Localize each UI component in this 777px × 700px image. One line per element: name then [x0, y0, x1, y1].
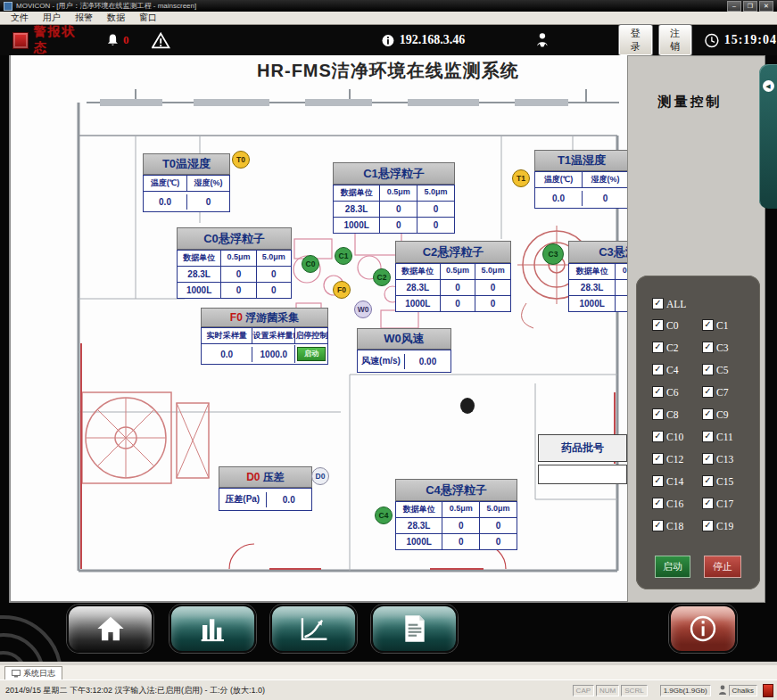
- f0-set-sample: 1000.0: [252, 347, 294, 362]
- channel-checkbox-C8[interactable]: ✓C8: [652, 408, 702, 421]
- channel-checkbox-C6[interactable]: ✓C6: [652, 385, 702, 399]
- marker-f0[interactable]: F0: [333, 281, 351, 299]
- w0-value: 0.00: [404, 354, 450, 369]
- channel-checkbox-ALL[interactable]: ✓ ALL: [652, 297, 686, 310]
- marker-c0[interactable]: C0: [302, 255, 319, 273]
- channel-checkbox-C0[interactable]: ✓C0: [652, 318, 702, 332]
- checkbox-checked-icon[interactable]: ✓: [652, 453, 664, 465]
- checkbox-checked-icon[interactable]: ✓: [652, 520, 664, 531]
- menu-user[interactable]: 用户: [36, 12, 68, 24]
- checkbox-checked-icon[interactable]: ✓: [702, 520, 714, 531]
- login-button[interactable]: 登录: [618, 24, 652, 56]
- panel-d0-title: D0 压差: [219, 466, 312, 488]
- maximize-button[interactable]: ❐: [743, 1, 757, 12]
- trend-chart-icon: [299, 615, 329, 642]
- system-log-tab[interactable]: 系统日志: [4, 666, 62, 679]
- checkbox-checked-icon[interactable]: ✓: [652, 498, 664, 509]
- channel-checkbox-C19[interactable]: ✓C19: [702, 519, 733, 532]
- checkbox-checked-icon[interactable]: ✓: [652, 408, 664, 420]
- checkbox-checked-icon[interactable]: ✓: [702, 475, 714, 487]
- channel-checkbox-C12[interactable]: ✓C12: [652, 452, 702, 465]
- checkbox-checked-icon[interactable]: ✓: [652, 342, 664, 353]
- channel-checkbox-C15[interactable]: ✓C15: [702, 474, 733, 488]
- channel-checkbox-C3[interactable]: ✓C3: [702, 341, 733, 354]
- channel-label: C17: [716, 498, 733, 509]
- caps-lock-indicator: CAP: [573, 685, 594, 696]
- menu-window[interactable]: 窗口: [132, 12, 164, 24]
- channel-checkbox-C1[interactable]: ✓C1: [702, 318, 733, 332]
- minimize-button[interactable]: –: [727, 1, 741, 12]
- checkbox-checked-icon[interactable]: ✓: [702, 453, 714, 465]
- stop-button[interactable]: 停止: [704, 556, 741, 578]
- panel-batch: 药品批号: [538, 434, 627, 484]
- channel-label: C4: [666, 365, 678, 375]
- panel-f0: F0 浮游菌采集 实时采样量 设置采样量L 启停控制 0.0 1000.0 启动: [201, 308, 328, 365]
- nav-trend-button[interactable]: [270, 605, 357, 653]
- checkbox-checked-icon[interactable]: ✓: [652, 298, 664, 309]
- checkbox-checked-icon[interactable]: ✓: [702, 364, 714, 375]
- marker-t1[interactable]: T1: [512, 169, 530, 187]
- f0-start-stop-button[interactable]: 启动: [297, 347, 326, 361]
- checkbox-checked-icon[interactable]: ✓: [652, 364, 664, 375]
- channel-label: C0: [666, 320, 678, 331]
- checkbox-checked-icon[interactable]: ✓: [652, 319, 664, 331]
- channel-label: C15: [716, 476, 733, 487]
- channel-label: C10: [666, 432, 683, 442]
- marker-d0[interactable]: D0: [311, 467, 329, 485]
- channel-checkbox-C11[interactable]: ✓C11: [702, 430, 733, 443]
- menu-file[interactable]: 文件: [4, 12, 36, 24]
- close-button[interactable]: ✕: [759, 1, 773, 12]
- channel-label: C2: [666, 342, 678, 353]
- checkbox-checked-icon[interactable]: ✓: [702, 431, 714, 442]
- alarm-box-icon: [12, 32, 29, 49]
- collapse-arrow-icon[interactable]: ◀: [763, 80, 774, 92]
- sidebar-collapse-tab[interactable]: ◀: [759, 64, 777, 209]
- t1-col-hum: 湿度(%): [582, 172, 628, 187]
- nav-home-button[interactable]: [67, 605, 153, 653]
- bell-icon[interactable]: [106, 33, 120, 48]
- checkbox-checked-icon[interactable]: ✓: [652, 386, 664, 398]
- status-user-icon: [718, 685, 727, 696]
- checkbox-checked-icon[interactable]: ✓: [702, 498, 714, 509]
- nav-barchart-button[interactable]: [169, 605, 256, 653]
- panel-d0: D0 压差 压差(Pa) 0.0: [219, 466, 312, 511]
- checkbox-checked-icon[interactable]: ✓: [652, 431, 664, 442]
- t0-col-temp: 温度(℃): [144, 176, 186, 191]
- channel-checkbox-C4[interactable]: ✓C4: [652, 363, 702, 376]
- checkbox-checked-icon[interactable]: ✓: [702, 319, 714, 331]
- checkbox-checked-icon[interactable]: ✓: [702, 342, 714, 353]
- channel-label: C1: [716, 320, 728, 331]
- checkbox-checked-icon[interactable]: ✓: [702, 408, 714, 420]
- panel-t0-title: T0温湿度: [143, 153, 230, 175]
- marker-c1[interactable]: C1: [335, 247, 352, 265]
- channel-select-panel: ✓ ALL ✓C0✓C1✓C2✓C3✓C4✓C5✓C6✓C7✓C8✓C9✓C10…: [636, 276, 760, 589]
- panel-t1-title: T1温湿度: [534, 150, 629, 171]
- channel-checkbox-C10[interactable]: ✓C10: [652, 430, 702, 443]
- channel-checkbox-C5[interactable]: ✓C5: [702, 363, 733, 376]
- channel-checkbox-C14[interactable]: ✓C14: [652, 474, 702, 488]
- bottom-nav: [0, 603, 777, 662]
- channel-checkbox-C17[interactable]: ✓C17: [702, 497, 733, 510]
- nav-report-button[interactable]: [371, 605, 458, 653]
- logout-button[interactable]: 注销: [658, 24, 692, 56]
- checkbox-checked-icon[interactable]: ✓: [702, 386, 714, 398]
- marker-w0[interactable]: W0: [354, 301, 372, 318]
- batch-number-input[interactable]: [538, 465, 627, 484]
- channel-checkbox-C13[interactable]: ✓C13: [702, 452, 733, 465]
- marker-c2[interactable]: C2: [373, 268, 391, 286]
- marker-c3[interactable]: C3: [542, 243, 564, 265]
- channel-checkbox-C16[interactable]: ✓C16: [652, 497, 702, 510]
- start-button[interactable]: 启动: [655, 556, 690, 578]
- channel-checkbox-C2[interactable]: ✓C2: [652, 341, 702, 354]
- panel-c0: C0悬浮粒子 数据单位 0.5μm 5.0μm 28.3L 0 0 1000L …: [177, 227, 292, 299]
- channel-checkbox-C7[interactable]: ✓C7: [702, 385, 733, 399]
- marker-t0[interactable]: T0: [232, 151, 250, 169]
- menu-alarm[interactable]: 报警: [68, 12, 100, 24]
- marker-c4[interactable]: C4: [375, 506, 393, 524]
- channel-checkbox-C18[interactable]: ✓C18: [652, 519, 702, 532]
- channel-checkbox-C9[interactable]: ✓C9: [702, 408, 733, 421]
- checkbox-checked-icon[interactable]: ✓: [652, 475, 664, 487]
- menu-data[interactable]: 数据: [100, 12, 132, 24]
- d0-value: 0.0: [266, 492, 312, 507]
- nav-info-button[interactable]: [669, 605, 737, 653]
